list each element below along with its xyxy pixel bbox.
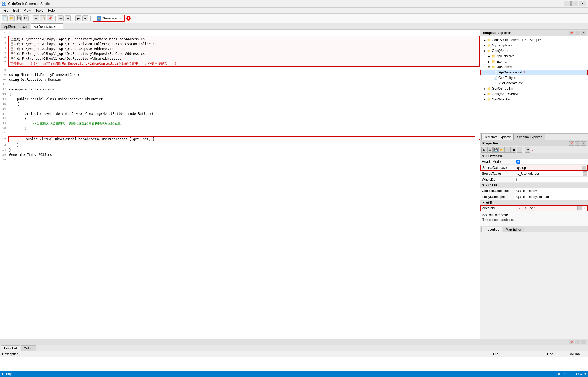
prop-btn-6[interactable]: ◼ bbox=[511, 147, 516, 153]
template-tree-view[interactable]: ▶ 📁 CodeSmith Generator 7.1 Samples ▶ 📁 … bbox=[480, 36, 588, 133]
expand-icon[interactable]: ▼ bbox=[487, 65, 491, 69]
prop-value-entitynamespace[interactable] bbox=[515, 194, 588, 200]
prop-btn-3[interactable]: 💾 bbox=[493, 147, 499, 153]
save-all-button[interactable]: 🖫 bbox=[23, 15, 29, 21]
tree-item-gensoulstar[interactable]: ▶ 📁 GenSoulStar bbox=[480, 97, 588, 102]
code-editor[interactable]: 1 2 3 4 5 bbox=[0, 30, 480, 339]
prop-value-sourcedatabase[interactable]: … bbox=[516, 165, 587, 170]
error-panel-close[interactable]: ✕ bbox=[581, 340, 586, 344]
error-panel-pin[interactable]: 📌 bbox=[569, 340, 574, 344]
status-bar: Ready Ln 8 Col 1 Of 418 bbox=[0, 371, 588, 377]
entitynamespace-input[interactable] bbox=[516, 195, 587, 199]
tab-map-editor[interactable]: Map Editor bbox=[503, 227, 524, 232]
prop-value-wholedb[interactable] bbox=[515, 177, 588, 182]
tab-close-button[interactable]: ✕ bbox=[57, 25, 60, 28]
expand-icon[interactable]: ▶ bbox=[482, 86, 487, 91]
tab-output[interactable]: Output bbox=[21, 345, 36, 351]
expand-icon[interactable]: ▶ bbox=[482, 38, 487, 42]
properties-pin-button[interactable]: 📌 bbox=[569, 141, 574, 146]
code-line-21: 21 bbox=[0, 131, 480, 136]
minimize-button[interactable]: ─ bbox=[564, 1, 571, 6]
new-button[interactable]: 📄 bbox=[2, 15, 8, 21]
tree-item-my-templates[interactable]: ▶ 📁 My Templates bbox=[480, 43, 588, 48]
directory-input[interactable] bbox=[517, 206, 577, 210]
prop-value-directory[interactable]: … bbox=[516, 206, 583, 211]
copy-button[interactable]: 📋 bbox=[40, 15, 46, 21]
expand-icon[interactable]: ▶ bbox=[487, 59, 491, 64]
redo-button[interactable]: ↪ bbox=[65, 15, 71, 21]
prop-btn-8[interactable]: ↻ bbox=[525, 147, 530, 153]
cut-button[interactable]: ✂ bbox=[33, 15, 39, 21]
tree-item-vuegenerate-folder[interactable]: ▼ 📁 VueGenerate bbox=[480, 64, 588, 70]
tree-item-vuegenerate-cst[interactable]: 📄 VueGenerate.cst bbox=[480, 80, 588, 86]
tab-properties[interactable]: Properties bbox=[481, 227, 502, 232]
code-line-11: 11 bbox=[0, 82, 480, 87]
properties-minimize-button[interactable]: ─ bbox=[575, 141, 580, 146]
menu-view[interactable]: View bbox=[22, 8, 33, 13]
prop-value-sourcetables[interactable]: … bbox=[515, 171, 588, 176]
tab-apigenerate-cst[interactable]: ApiGenerate.cst bbox=[1, 23, 30, 29]
debug-button[interactable]: ▶ bbox=[75, 15, 81, 21]
tree-item-genentity-cst[interactable]: 📄 GenEntity.cst bbox=[480, 75, 588, 80]
tree-item-genqshop[interactable]: ▼ 📁 GenQShop bbox=[480, 48, 588, 53]
col-line: Line bbox=[545, 351, 566, 357]
toolbar: 📄 📂 💾 🖫 ✂ 📋 📌 ↩ ↪ ▶ ■ ⚡ Generate ▾ 4 bbox=[0, 14, 588, 23]
menu-help[interactable]: Help bbox=[46, 8, 57, 13]
tree-item-apigenerate-folder[interactable]: ▶ 📁 ApiGenerate bbox=[480, 53, 588, 59]
directory-browse-button[interactable]: … bbox=[577, 206, 582, 210]
undo-button[interactable]: ↩ bbox=[58, 15, 64, 21]
tab-apigenerate-txt[interactable]: ApiGenerate.txt ✕ bbox=[31, 23, 63, 29]
section-misc[interactable]: ▼ 杂项 bbox=[480, 200, 588, 205]
expand-icon[interactable]: ▶ bbox=[482, 97, 487, 102]
prop-btn-7[interactable]: ↩ bbox=[517, 147, 522, 153]
prop-btn-1[interactable]: ⊞ bbox=[481, 147, 487, 153]
error-panel-minimize[interactable]: ─ bbox=[575, 340, 580, 344]
tree-item-codesmith-samples[interactable]: ▶ 📁 CodeSmith Generator 7.1 Samples bbox=[480, 37, 588, 43]
sourcedatabase-input[interactable] bbox=[517, 166, 582, 170]
tree-item-internal[interactable]: ▶ 📁 Internal bbox=[480, 59, 588, 64]
sourcetables-browse-button[interactable]: … bbox=[583, 171, 587, 176]
tab-error-list[interactable]: Error List bbox=[1, 345, 20, 351]
open-button[interactable]: 📂 bbox=[9, 15, 15, 21]
tree-item-genqshop-pri[interactable]: ▶ 📁 GenQShop-Pri bbox=[480, 86, 588, 91]
prop-btn-4[interactable]: 📂 bbox=[499, 147, 505, 153]
headermodel-checkbox[interactable] bbox=[516, 160, 520, 164]
prop-value-contextnamespace[interactable] bbox=[515, 188, 588, 194]
properties-close-button[interactable]: ✕ bbox=[581, 141, 586, 146]
tree-item-genqshopwebsite[interactable]: ▶ 📁 GenQShopWebSite bbox=[480, 91, 588, 97]
panel-minimize-button[interactable]: ─ bbox=[575, 31, 580, 35]
panel-close-button[interactable]: ✕ bbox=[581, 31, 586, 35]
wholedb-checkbox[interactable] bbox=[516, 178, 520, 181]
folder-icon: 📁 bbox=[487, 43, 491, 48]
close-button[interactable]: ✕ bbox=[579, 1, 586, 6]
sourcedatabase-browse-button[interactable]: … bbox=[582, 166, 586, 170]
sourcetables-input[interactable] bbox=[516, 172, 583, 176]
expand-icon[interactable]: ▶ bbox=[487, 54, 491, 58]
menu-file[interactable]: File bbox=[1, 8, 11, 13]
prop-value-headermodel[interactable] bbox=[515, 159, 588, 164]
prop-btn-5[interactable]: ✕ bbox=[505, 147, 511, 153]
app-title: CodeSmith Generator Studio bbox=[8, 2, 564, 6]
stop-button[interactable]: ■ bbox=[82, 15, 88, 21]
tree-item-apigenerate-cst[interactable]: 📄 ApiGenerate.cst 1 bbox=[480, 70, 588, 75]
menu-tools[interactable]: Tools bbox=[33, 8, 45, 13]
tab-schema-explorer[interactable]: Schema Explorer bbox=[514, 134, 545, 140]
maximize-button[interactable]: □ bbox=[571, 1, 578, 6]
contextnamespace-input[interactable] bbox=[516, 189, 587, 193]
menu-edit[interactable]: Edit bbox=[11, 8, 21, 13]
paste-button[interactable]: 📌 bbox=[47, 15, 53, 21]
save-button[interactable]: 💾 bbox=[16, 15, 22, 21]
expand-icon[interactable]: ▼ bbox=[482, 49, 487, 53]
expand-icon[interactable]: ▶ bbox=[482, 92, 487, 96]
prop-btn-2[interactable]: ▤ bbox=[487, 147, 493, 153]
section-database[interactable]: ▼ 1.Database bbox=[480, 153, 588, 159]
code-line-26: 26 bbox=[0, 157, 480, 162]
properties-title: Properties bbox=[482, 142, 498, 145]
code-line-16: 16 bbox=[0, 106, 480, 111]
tab-template-explorer[interactable]: Template Explorer bbox=[481, 134, 514, 140]
generate-button[interactable]: ⚡ Generate ▾ bbox=[93, 15, 125, 22]
expand-icon[interactable]: ▶ bbox=[482, 43, 487, 48]
expand-icon bbox=[492, 70, 494, 75]
panel-pin-button[interactable]: 📌 bbox=[569, 31, 574, 35]
section-class[interactable]: ▼ 2.Class bbox=[480, 183, 588, 188]
